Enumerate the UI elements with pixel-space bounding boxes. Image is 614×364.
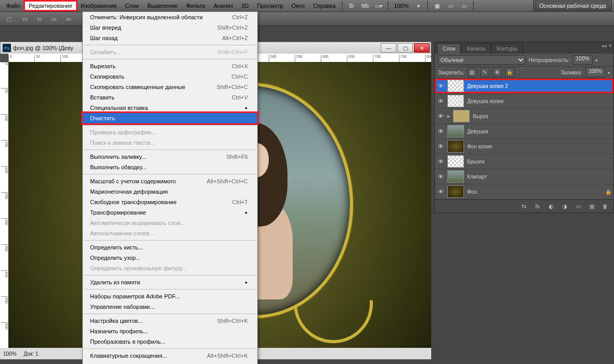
layer-row[interactable]: 👁Брызги (435, 154, 613, 169)
visibility-icon[interactable]: 👁 (437, 143, 444, 150)
layer-thumbnail[interactable] (453, 110, 470, 122)
tab-paths[interactable]: Контуры (491, 43, 523, 54)
menu-item[interactable]: Свободное трансформированиеCtrl+T (83, 197, 257, 207)
zoom-dropdown-icon[interactable]: ▾ (411, 1, 425, 11)
menu-item[interactable]: ВставитьCtrl+V (83, 92, 257, 103)
menu-item[interactable]: Отменить: Инверсия выделенной областиCtr… (83, 12, 257, 22)
guides-icon[interactable]: ▭ (457, 1, 471, 11)
menu-item[interactable]: СкопироватьCtrl+C (83, 71, 257, 82)
blend-mode-select[interactable]: Обычные (438, 55, 525, 65)
menu-item[interactable]: Масштаб с учетом содержимогоAlt+Shift+Ct… (83, 176, 257, 186)
menu-view[interactable]: Просмотр (253, 1, 287, 10)
menu-layers[interactable]: Слои (121, 1, 143, 10)
menu-analysis[interactable]: Анализ (209, 1, 237, 10)
layer-name[interactable]: Девушка копия 2 (467, 83, 508, 89)
layer-thumbnail[interactable] (447, 155, 464, 168)
marquee-rect-icon[interactable]: ▭ (18, 14, 31, 24)
visibility-icon[interactable]: 👁 (437, 112, 444, 120)
new-layer-icon[interactable]: ▤ (586, 202, 597, 210)
menu-item[interactable]: Трансформирование (83, 207, 257, 218)
marquee-add-icon[interactable]: ▭ (32, 14, 46, 24)
layer-name[interactable]: Девушка копия (467, 98, 504, 104)
opacity-arrow-icon[interactable]: ▸ (596, 58, 598, 62)
menu-item[interactable]: Клавиатурные сокращения...Alt+Shift+Ctrl… (83, 350, 257, 361)
lock-all-icon[interactable]: 🔒 (505, 68, 515, 77)
menu-3d[interactable]: 3D (237, 1, 253, 10)
layer-row[interactable]: 👁Фон копия (435, 139, 613, 154)
menu-item[interactable]: Меню...Alt+Shift+Ctrl+M (83, 361, 257, 364)
layer-name[interactable]: Брызги (467, 159, 484, 165)
fill-value[interactable]: 100% (585, 68, 605, 77)
menu-image[interactable]: Изображение (77, 1, 121, 10)
delete-layer-icon[interactable]: 🗑 (600, 202, 610, 210)
layer-row[interactable]: 👁Девушка (435, 124, 613, 139)
menu-edit[interactable]: Редактирование (24, 1, 77, 10)
menu-item[interactable]: Очистить (83, 113, 257, 123)
lock-move-icon[interactable]: ✥ (493, 68, 502, 77)
layer-row[interactable]: 👁▸Вырез (435, 109, 613, 124)
tool-preset-icon[interactable]: ⬚ (2, 14, 16, 24)
menu-file[interactable]: Файл (2, 1, 24, 10)
menu-item[interactable]: Преобразовать в профиль... (83, 336, 257, 347)
tab-layers[interactable]: Слои (437, 43, 461, 54)
adjust-icon[interactable]: ◑ (559, 202, 570, 210)
menu-item[interactable]: Назначить профиль... (83, 326, 257, 336)
visibility-icon[interactable]: 👁 (437, 188, 444, 195)
menu-item[interactable]: Шаг назадAlt+Ctrl+Z (83, 33, 257, 43)
zoom-level[interactable]: 100% (391, 3, 411, 9)
visibility-icon[interactable]: 👁 (437, 128, 444, 135)
layer-name[interactable]: Фон копия (467, 144, 492, 149)
menu-window[interactable]: Окно (287, 1, 309, 10)
panel-collapse-icon[interactable]: ◂◂ ✕ (602, 43, 612, 48)
workspace-picker[interactable]: Основная рабочая среда (533, 1, 612, 11)
minibridge-button[interactable]: Mb (358, 1, 372, 11)
lock-brush-icon[interactable]: ✎ (480, 68, 490, 77)
menu-item[interactable]: Выполнить обводку... (83, 162, 257, 172)
visibility-icon[interactable]: 👁 (437, 173, 444, 180)
mask-icon[interactable]: ◐ (546, 202, 556, 210)
layer-name[interactable]: Клипарт (467, 174, 487, 180)
layer-thumbnail[interactable] (447, 185, 464, 198)
layer-thumbnail[interactable] (447, 80, 464, 92)
menu-filter[interactable]: Фильтр (182, 1, 209, 10)
layer-row[interactable]: 👁Девушка копия (435, 94, 613, 109)
link-layers-icon[interactable]: ⮀ (519, 202, 529, 210)
menu-item[interactable]: Шаг впередShift+Ctrl+Z (83, 22, 257, 33)
menu-item[interactable]: Скопировать совмещенные данныеShift+Ctrl… (83, 82, 257, 92)
lock-trans-icon[interactable]: ▨ (468, 68, 477, 77)
layer-row[interactable]: 👁Девушка копия 2 (435, 79, 613, 94)
menu-item[interactable]: Настройка цветов...Shift+Ctrl+K (83, 316, 257, 326)
group-arrow-icon[interactable]: ▸ (447, 114, 450, 119)
status-zoom[interactable]: 100% (3, 351, 17, 357)
menu-item[interactable]: Наборы параметров Adobe PDF... (83, 291, 257, 302)
screen-mode-icon[interactable]: ▭▾ (372, 1, 385, 11)
menu-item[interactable]: Марионеточная деформация (83, 186, 257, 197)
extras-icon[interactable]: ▭ (444, 1, 457, 11)
layer-name[interactable]: Вырез (473, 114, 488, 119)
close-button[interactable]: ✕ (414, 43, 430, 53)
layer-thumbnail[interactable] (447, 95, 464, 107)
opacity-value[interactable]: 100% (573, 55, 593, 65)
tab-channels[interactable]: Каналы (461, 43, 491, 54)
layer-name[interactable]: Фон (467, 189, 477, 195)
menu-item[interactable]: Определить узор... (83, 253, 257, 263)
menu-item[interactable]: Удалить из памяти (83, 277, 257, 287)
minimize-button[interactable]: — (381, 43, 396, 53)
visibility-icon[interactable]: 👁 (437, 82, 444, 90)
menu-item[interactable]: ВырезатьCtrl+X (83, 61, 257, 71)
layer-thumbnail[interactable] (447, 170, 464, 183)
layer-name[interactable]: Девушка (467, 129, 488, 134)
menu-item[interactable]: Выполнить заливку...Shift+F5 (83, 152, 257, 162)
layer-thumbnail[interactable] (447, 140, 464, 153)
layer-row[interactable]: 👁Клипарт (435, 169, 613, 184)
bridge-button[interactable]: Br (345, 1, 358, 11)
marquee-sub-icon[interactable]: ▭ (47, 14, 60, 24)
fx-icon[interactable]: fx (532, 202, 543, 210)
visibility-icon[interactable]: 👁 (437, 158, 444, 165)
arrange-icon[interactable]: ▦ (430, 1, 444, 11)
group-icon[interactable]: ▭ (573, 202, 583, 210)
fill-arrow-icon[interactable]: ▸ (608, 70, 610, 75)
menu-select[interactable]: Выделение (143, 1, 182, 10)
layer-thumbnail[interactable] (447, 125, 464, 137)
menu-item[interactable]: Определить кисть... (83, 242, 257, 253)
